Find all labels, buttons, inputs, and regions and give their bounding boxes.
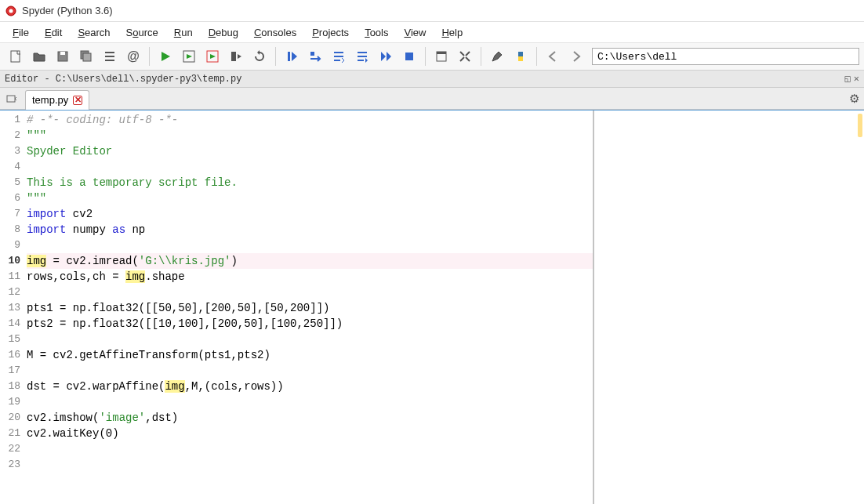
- at-symbol-button[interactable]: @: [122, 45, 144, 67]
- code-line[interactable]: [27, 441, 593, 457]
- editor-path-label: Editor - C:\Users\dell\.spyder-py3\temp.…: [5, 74, 241, 85]
- code-line[interactable]: """: [27, 190, 593, 206]
- options-gear-icon[interactable]: ⚙: [849, 92, 859, 106]
- outline-button[interactable]: [99, 45, 121, 67]
- toolbar-separator: [149, 47, 150, 66]
- line-number: 9: [0, 237, 24, 253]
- step-out-button[interactable]: [351, 45, 373, 67]
- menu-source[interactable]: Source: [120, 24, 165, 41]
- forward-button[interactable]: [565, 45, 587, 67]
- dock-icon[interactable]: ◱: [845, 73, 851, 85]
- step-into-button[interactable]: [328, 45, 350, 67]
- code-content[interactable]: # -*- coding: utf-8 -*-"""Spyder EditorT…: [24, 111, 593, 504]
- svg-point-1: [9, 9, 13, 13]
- menu-tools[interactable]: Tools: [358, 24, 394, 41]
- menu-run[interactable]: Run: [168, 24, 199, 41]
- code-line[interactable]: This is a temporary script file.: [27, 175, 593, 190]
- line-number: 11: [0, 269, 24, 285]
- save-all-button[interactable]: [75, 45, 97, 67]
- code-line[interactable]: cv2.waitKey(0): [27, 426, 593, 441]
- code-line[interactable]: # -*- coding: utf-8 -*-: [27, 112, 593, 128]
- tab-temp-py[interactable]: temp.py ✕: [25, 90, 89, 110]
- code-line[interactable]: img = cv2.imread('G:\\kris.jpg'): [27, 253, 593, 269]
- line-number: 21: [0, 426, 24, 441]
- run-cell-button[interactable]: [178, 45, 200, 67]
- line-number: 18: [0, 379, 24, 394]
- menu-consoles[interactable]: Consoles: [248, 24, 303, 41]
- line-number: 7: [0, 206, 24, 222]
- code-line[interactable]: pts2 = np.float32([[10,100],[200,50],[10…: [27, 316, 593, 332]
- working-dir-input[interactable]: [592, 48, 859, 65]
- line-number-gutter: 1234567891011121314151617181920212223: [0, 111, 24, 504]
- code-line[interactable]: [27, 285, 593, 300]
- svg-rect-6: [83, 53, 91, 61]
- svg-rect-11: [405, 53, 413, 60]
- scroll-marker: [858, 114, 862, 137]
- line-number: 20: [0, 410, 24, 426]
- line-number: 12: [0, 285, 24, 300]
- code-line[interactable]: dst = cv2.warpAffine(img,M,(cols,rows)): [27, 379, 593, 394]
- maximize-pane-button[interactable]: [430, 45, 452, 67]
- toolbar-separator: [275, 47, 276, 66]
- editor-pane-title: Editor - C:\Users\dell\.spyder-py3\temp.…: [0, 71, 864, 88]
- line-number: 14: [0, 316, 24, 332]
- code-line[interactable]: rows,cols,ch = img.shape: [27, 269, 593, 285]
- menu-projects[interactable]: Projects: [306, 24, 355, 41]
- browse-tabs-icon[interactable]: [3, 90, 20, 107]
- line-number: 5: [0, 175, 24, 190]
- line-number: 17: [0, 363, 24, 379]
- new-file-button[interactable]: [5, 45, 27, 67]
- code-line[interactable]: import numpy as np: [27, 222, 593, 237]
- run-button[interactable]: [154, 45, 176, 67]
- close-tab-icon[interactable]: ✕: [73, 96, 82, 105]
- tab-label: temp.py: [32, 94, 68, 106]
- step-over-button[interactable]: [304, 45, 326, 67]
- line-number: 19: [0, 394, 24, 410]
- line-number: 2: [0, 128, 24, 143]
- back-button[interactable]: [542, 45, 564, 67]
- tab-bar: temp.py ✕ ⚙: [0, 88, 864, 110]
- code-line[interactable]: [27, 159, 593, 175]
- python-path-button[interactable]: [510, 45, 532, 67]
- code-line[interactable]: """: [27, 128, 593, 143]
- svg-rect-10: [310, 52, 314, 56]
- code-line[interactable]: [27, 237, 593, 253]
- code-line[interactable]: cv2.imshow('image',dst): [27, 410, 593, 426]
- code-line[interactable]: [27, 457, 593, 473]
- debug-button[interactable]: [281, 45, 303, 67]
- menu-view[interactable]: View: [398, 24, 432, 41]
- close-pane-icon[interactable]: ✕: [854, 73, 859, 85]
- fullscreen-button[interactable]: [454, 45, 476, 67]
- continue-button[interactable]: [375, 45, 397, 67]
- line-number: 23: [0, 457, 24, 473]
- code-line[interactable]: [27, 394, 593, 410]
- code-line[interactable]: [27, 363, 593, 379]
- svg-rect-2: [11, 51, 20, 62]
- menu-file[interactable]: File: [6, 24, 35, 41]
- menu-bar: File Edit Search Source Run Debug Consol…: [0, 22, 864, 42]
- toolbar-separator: [481, 47, 481, 66]
- stop-debug-button[interactable]: [398, 45, 420, 67]
- menu-edit[interactable]: Edit: [38, 24, 68, 41]
- menu-search[interactable]: Search: [71, 24, 116, 41]
- line-number: 13: [0, 300, 24, 316]
- open-file-button[interactable]: [28, 45, 50, 67]
- menu-help[interactable]: Help: [435, 24, 469, 41]
- code-editor[interactable]: 1234567891011121314151617181920212223 # …: [0, 111, 594, 504]
- code-line[interactable]: [27, 332, 593, 347]
- menu-debug[interactable]: Debug: [202, 24, 245, 41]
- preferences-button[interactable]: [486, 45, 508, 67]
- code-line[interactable]: Spyder Editor: [27, 143, 593, 159]
- code-line[interactable]: M = cv2.getAffineTransform(pts1,pts2): [27, 347, 593, 363]
- run-selection-button[interactable]: [225, 45, 247, 67]
- window-title: Spyder (Python 3.6): [22, 5, 113, 16]
- run-cell-advance-button[interactable]: [201, 45, 223, 67]
- rerun-button[interactable]: [249, 45, 270, 67]
- code-line[interactable]: import cv2: [27, 206, 593, 222]
- line-number: 1: [0, 112, 24, 128]
- line-number: 6: [0, 190, 24, 206]
- line-number: 4: [0, 159, 24, 175]
- code-line[interactable]: pts1 = np.float32([[50,50],[200,50],[50,…: [27, 300, 593, 316]
- side-pane: [594, 111, 864, 504]
- save-file-button[interactable]: [52, 45, 74, 67]
